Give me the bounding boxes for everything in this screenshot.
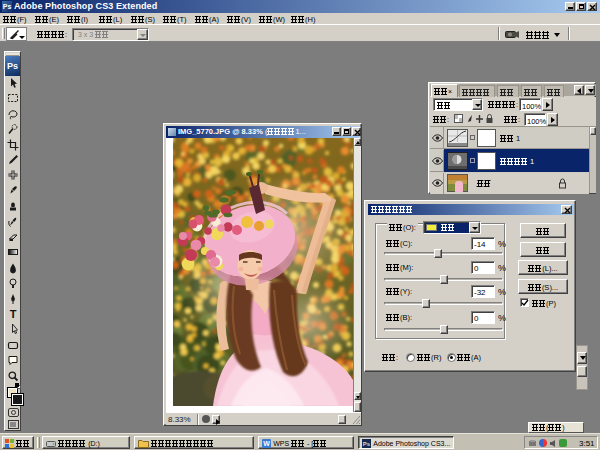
svg-text:Ps: Ps — [363, 441, 371, 447]
svg-text:T: T — [10, 308, 17, 320]
svg-text:W: W — [263, 440, 270, 447]
